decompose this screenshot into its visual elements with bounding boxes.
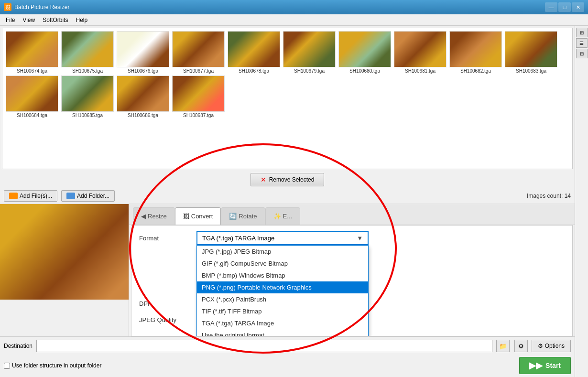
right-panel: ⊞ ☰ ⊟ xyxy=(575,26,588,377)
tab-effects[interactable]: ✨ E... xyxy=(265,207,301,225)
rotate-icon: 🔄 xyxy=(229,213,237,220)
format-option-original[interactable]: Use the original format xyxy=(197,329,368,336)
main-layout: ◀ Resize 🖼 Convert 🔄 Rotate ✨ xyxy=(0,204,575,336)
destination-label: Destination xyxy=(4,343,33,349)
gallery-thumb-4[interactable]: SH100677.tga xyxy=(172,31,225,74)
dropdown-arrow-icon: ▼ xyxy=(357,235,363,242)
menu-softorbits[interactable]: SoftOrbits xyxy=(39,16,72,24)
gallery-container: SH100674.tgaSH100675.tgaSH100676.tgaSH10… xyxy=(2,28,573,169)
format-option-tif[interactable]: TIF (*.tif) TIFF Bitmap xyxy=(197,305,368,317)
window-controls: — □ ✕ xyxy=(545,2,584,12)
use-folder-text: Use folder structure in output folder xyxy=(12,362,101,369)
start-label: Start xyxy=(545,362,561,369)
thumb-label-6: SH100679.tga xyxy=(294,68,325,74)
tab-resize[interactable]: ◀ Resize xyxy=(133,207,175,225)
thumb-label-2: SH100675.tga xyxy=(72,68,103,74)
jpeg-quality-label: JPEG Quality xyxy=(139,316,196,323)
thumb-label-14: SH100687.tga xyxy=(183,113,214,118)
resize-label: Resize xyxy=(148,213,167,220)
rotate-label: Rotate xyxy=(239,213,257,220)
add-folder-button[interactable]: Add Folder... xyxy=(61,190,115,202)
tab-convert[interactable]: 🖼 Convert xyxy=(175,207,221,225)
gallery-thumb-7[interactable]: SH100680.tga xyxy=(338,31,392,74)
thumb-label-10: SH100683.tga xyxy=(516,68,546,74)
format-option-gif[interactable]: GIF (*.gif) CompuServe Bitmap xyxy=(197,258,368,269)
gallery-thumb-12[interactable]: SH100685.tga xyxy=(61,75,114,118)
menu-view[interactable]: View xyxy=(19,16,39,24)
thumb-label-4: SH100677.tga xyxy=(183,68,214,74)
format-dropdown-list: JPG (*.jpg) JPEG BitmapGIF (*.gif) Compu… xyxy=(196,245,369,336)
format-select-display[interactable]: TGA (*.tga) TARGA Image ▼ xyxy=(196,231,369,245)
thumb-label-12: SH100685.tga xyxy=(72,113,103,118)
app-title: Batch Picture Resizer xyxy=(14,4,545,11)
app-body: SH100674.tgaSH100675.tgaSH100676.tgaSH10… xyxy=(0,26,588,377)
view-thumbnails-button[interactable]: ⊞ xyxy=(576,28,588,37)
convert-panel: Format TGA (*.tga) TARGA Image ▼ JPG (*.… xyxy=(131,225,573,336)
gallery-thumb-9[interactable]: SH100682.tga xyxy=(449,31,502,74)
menu-bar: File View SoftOrbits Help xyxy=(0,14,588,26)
maximize-button[interactable]: □ xyxy=(558,2,571,12)
resize-icon: ◀ xyxy=(141,213,146,220)
start-arrow-icon: ▶▶ xyxy=(529,360,543,371)
format-option-bmp[interactable]: BMP (*.bmp) Windows Bitmap xyxy=(197,269,368,281)
dpi-label: DPI xyxy=(139,300,196,307)
images-count: Images count: 14 xyxy=(527,193,571,199)
view-list-button[interactable]: ☰ xyxy=(576,38,588,48)
gallery-inner: SH100674.tgaSH100675.tgaSH100676.tgaSH10… xyxy=(2,28,572,121)
add-folder-label: Add Folder... xyxy=(77,193,109,199)
settings-icon: ⚙ xyxy=(518,343,524,350)
preview-image xyxy=(0,204,129,300)
use-folder-checkbox[interactable] xyxy=(4,363,10,369)
destination-folder-button[interactable]: 📁 xyxy=(496,340,510,352)
left-panel: SH100674.tgaSH100675.tgaSH100676.tgaSH10… xyxy=(0,26,575,377)
thumb-label-13: SH100686.tga xyxy=(128,113,158,118)
app-window: 🖼 Batch Picture Resizer — □ ✕ File View … xyxy=(0,0,588,377)
gallery-thumb-10[interactable]: SH100683.tga xyxy=(504,31,558,74)
gallery-thumb-5[interactable]: SH100678.tga xyxy=(227,31,281,74)
gallery-thumb-13[interactable]: SH100686.tga xyxy=(116,75,170,118)
toolbar-area: Add File(s)... Add Folder... Images coun… xyxy=(0,188,575,204)
view-grid-button[interactable]: ⊟ xyxy=(576,49,588,58)
destination-bar: Destination 📁 ⚙ ⚙ Options xyxy=(0,336,575,355)
add-folder-icon xyxy=(66,193,75,199)
format-select-container: TGA (*.tga) TARGA Image ▼ JPG (*.jpg) JP… xyxy=(196,231,369,245)
add-files-button[interactable]: Add File(s)... xyxy=(4,190,57,202)
format-label: Format xyxy=(139,235,196,242)
gallery-thumb-2[interactable]: SH100675.tga xyxy=(61,31,114,74)
format-option-jpg[interactable]: JPG (*.jpg) JPEG Bitmap xyxy=(197,246,368,258)
close-button[interactable]: ✕ xyxy=(572,2,584,12)
remove-selected-button[interactable]: ✕ Remove Selected xyxy=(250,173,325,186)
left-preview xyxy=(0,204,129,336)
use-folder-label[interactable]: Use folder structure in output folder xyxy=(4,362,101,369)
gallery-thumb-8[interactable]: SH100681.tga xyxy=(393,31,447,74)
destination-input[interactable] xyxy=(36,340,492,352)
thumb-label-11: SH100684.tga xyxy=(17,113,47,118)
gallery-thumb-11[interactable]: SH100684.tga xyxy=(5,75,59,118)
format-option-png[interactable]: PNG (*.png) Portable Network Graphics xyxy=(197,281,368,293)
right-content: ◀ Resize 🖼 Convert 🔄 Rotate ✨ xyxy=(129,204,575,336)
gallery-thumb-6[interactable]: SH100679.tga xyxy=(283,31,336,74)
gallery-thumb-3[interactable]: SH100676.tga xyxy=(116,31,170,74)
gallery-thumb-1[interactable]: SH100674.tga xyxy=(5,31,59,74)
remove-label: Remove Selected xyxy=(269,176,315,183)
remove-icon: ✕ xyxy=(261,176,266,183)
menu-file[interactable]: File xyxy=(2,16,19,24)
menu-help[interactable]: Help xyxy=(72,16,92,24)
app-icon: 🖼 xyxy=(4,3,11,11)
options-gear-icon: ⚙ xyxy=(538,343,543,349)
bottom-row: Use folder structure in output folder ▶▶… xyxy=(0,355,575,377)
effects-icon: ✨ xyxy=(273,213,281,220)
minimize-button[interactable]: — xyxy=(545,2,557,12)
thumb-label-3: SH100676.tga xyxy=(128,68,158,74)
format-selected-value: TGA (*.tga) TARGA Image xyxy=(202,235,274,242)
add-files-label: Add File(s)... xyxy=(20,193,52,199)
gallery-thumb-14[interactable]: SH100687.tga xyxy=(172,75,225,118)
folder-icon: 📁 xyxy=(499,343,507,350)
tab-rotate[interactable]: 🔄 Rotate xyxy=(221,207,265,225)
format-option-tga[interactable]: TGA (*.tga) TARGA Image xyxy=(197,317,368,329)
destination-settings-button[interactable]: ⚙ xyxy=(514,340,528,352)
thumb-label-1: SH100674.tga xyxy=(17,68,47,74)
options-button[interactable]: ⚙ Options xyxy=(532,340,571,352)
start-button[interactable]: ▶▶ Start xyxy=(519,357,571,374)
format-option-pcx[interactable]: PCX (*.pcx) PaintBrush xyxy=(197,293,368,305)
